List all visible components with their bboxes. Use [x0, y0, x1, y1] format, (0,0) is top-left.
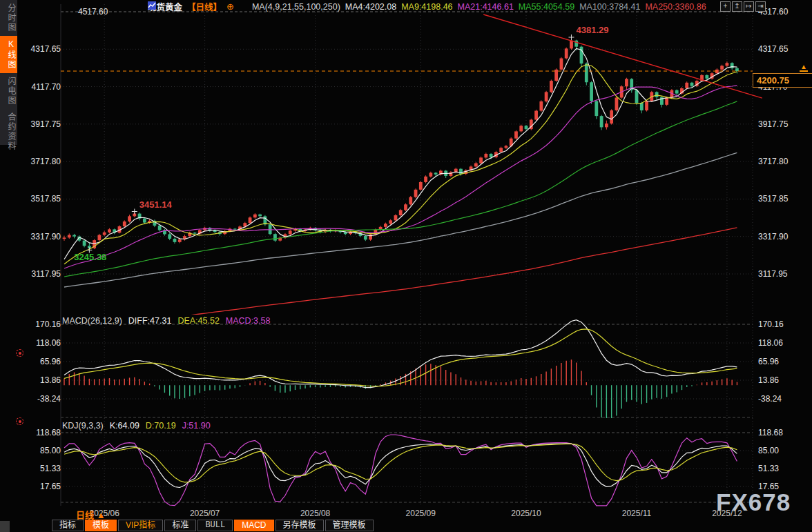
left-sidebar: 分时图K线图闪电图合约资料 [0, 0, 17, 145]
current-price-tag: 4200.75 [753, 73, 812, 88]
sidebar-tab-分时图[interactable]: 分时图 [0, 0, 17, 36]
toolbar-button-VIP指标[interactable]: VIP指标 [118, 520, 163, 531]
candles [63, 37, 739, 250]
main-axis-label: 3517.85 [758, 194, 809, 204]
kdj-axis-label: 85.00 [758, 446, 809, 455]
macd-legend-item: MACD(26,12,9) [62, 316, 122, 326]
period-label: 【日线】 [187, 0, 222, 13]
main-axis-label: 3917.75 [758, 119, 809, 129]
chart-canvas[interactable] [0, 0, 812, 532]
sidebar-tab-闪电图[interactable]: 闪电图 [0, 73, 17, 109]
toolbar-button-管理模板[interactable]: 管理模板 [325, 520, 374, 531]
macd-legend-item: DIFF:47.31 [128, 316, 172, 326]
macd-axis-label: 118.06 [18, 338, 61, 348]
x-axis-month-label: 2025/09 [398, 509, 443, 518]
sidebar-tab-K线图[interactable]: K线图 [0, 36, 17, 73]
kdj-legend-item: KDJ(9,3,3) [62, 421, 104, 431]
price-annotation: 3245.38 [74, 252, 106, 262]
main-axis-label: 3117.95 [758, 269, 809, 279]
kdj-pane [64, 435, 737, 506]
kdj-axis-label: 118.68 [758, 428, 809, 437]
macd-pane [64, 320, 737, 418]
add-overlay-icon[interactable]: ⊕ [226, 1, 234, 12]
toolbar-button-标准[interactable]: 标准 [164, 520, 196, 531]
collapse-right-icon[interactable]: ⇥ [755, 1, 766, 12]
ma-legend-item: MA55:4054.59 [519, 2, 574, 12]
toolbar-button-BULL[interactable]: BULL [197, 520, 233, 531]
kdj-legend: KDJ(9,3,3)K:64.09D:70.19J:51.90 [62, 421, 211, 431]
watermark: FX678 [716, 489, 791, 516]
toolbar-button-另存模板[interactable]: 另存模板 [276, 520, 324, 531]
toolbar-button-模板[interactable]: 模板 [85, 520, 117, 531]
pan-crosshair-icon[interactable]: + [720, 1, 731, 12]
macd-axis-label: 65.96 [18, 357, 61, 366]
x-axis-month-label: 2025/10 [504, 509, 548, 518]
macd-axis-label: 170.16 [18, 319, 61, 329]
macd-axis-label: -38.24 [18, 394, 61, 404]
ma-legend-item: MA100:3784.41 [579, 2, 640, 12]
chart-tools: +↥↦⇥ [720, 1, 766, 12]
price-arrow-icon: ▲ [800, 63, 808, 72]
macd-axis-label: 65.96 [758, 357, 809, 366]
kdj-axis-label: 85.00 [18, 446, 61, 455]
main-axis-label: 4317.65 [18, 44, 61, 54]
sidebar-tab-合约资料[interactable]: 合约资料 [0, 109, 17, 155]
x-axis-month-label: 2025/07 [183, 509, 227, 518]
main-axis-label: 4517.60 [758, 7, 809, 17]
macd-axis-label: 118.06 [758, 338, 809, 348]
kdj-axis-label: 51.33 [18, 464, 61, 473]
main-axis-label: 3517.85 [18, 194, 61, 204]
macd-axis-label: 13.86 [18, 375, 61, 385]
macd-axis-label: 13.86 [758, 375, 809, 385]
zoom-horizontal-icon[interactable]: ↦ [744, 1, 754, 12]
main-axis-label: 3317.90 [758, 232, 809, 242]
remove-indicator-icon[interactable] [16, 417, 23, 425]
macd-legend-item: MACD:3.58 [226, 316, 271, 326]
ma-legend-item: MA4:4202.08 [345, 2, 396, 12]
main-axis-label: 4117.70 [18, 82, 61, 92]
kdj-axis-label: 51.33 [758, 464, 809, 473]
main-axis-label: 3117.95 [18, 269, 61, 279]
ma-legend-item: MA21:4146.61 [458, 2, 514, 12]
chart-type-icon[interactable] [239, 3, 247, 11]
toolbar-button-指标[interactable]: 指标 [52, 520, 84, 531]
kdj-axis-label: 118.68 [18, 428, 61, 437]
zoom-vertical-icon[interactable]: ↥ [732, 1, 742, 12]
chevron-up-icon: ▲ [97, 510, 106, 520]
kdj-legend-item: J:51.90 [182, 421, 211, 431]
toolbar-button-MACD[interactable]: MACD [234, 520, 273, 531]
main-axis-label: 3917.75 [18, 119, 61, 129]
indicator-toolbar: 指标模板VIP指标标准BULLMACD另存模板管理模板 [52, 520, 374, 531]
chart-legend: 现货黄金 【日线】 ⊕ MA(4,9,21,55,100,250) MA4:42… [148, 1, 706, 12]
macd-legend-item: DEA:45.52 [177, 316, 219, 326]
price-annotation: 4381.29 [576, 25, 608, 35]
price-annotation: 3451.14 [139, 199, 172, 210]
main-axis-label: 4317.65 [758, 44, 809, 54]
ma-settings-label: MA(4,9,21,55,100,250) [252, 2, 340, 12]
kdj-legend-item: K:64.09 [110, 421, 139, 431]
ma-legend-item: MA250:3360.86 [645, 2, 706, 12]
trading-app: 分时图K线图闪电图合约资料 现货黄金 【日线】 ⊕ MA(4,9,21,55,1… [0, 0, 812, 532]
x-axis-month-label: 2025/11 [615, 509, 659, 518]
main-axis-label: 4517.60 [78, 7, 133, 17]
main-axis-label: 3717.80 [18, 157, 61, 166]
trendline [483, 14, 762, 98]
timeframe-label: 日线 [76, 510, 94, 520]
x-axis-month-label: 2025/08 [293, 509, 338, 518]
kdj-axis-label: 17.65 [18, 482, 61, 491]
remove-indicator-icon[interactable] [16, 349, 23, 357]
ma-legend-item: MA9:4198.46 [401, 2, 452, 12]
macd-legend: MACD(26,12,9)DIFF:47.31DEA:45.52MACD:3.5… [62, 316, 270, 326]
main-axis-label: 3717.80 [758, 157, 809, 166]
macd-axis-label: -38.24 [758, 394, 809, 404]
main-axis-label: 3317.90 [18, 232, 61, 242]
kdj-legend-item: D:70.19 [146, 421, 176, 431]
macd-axis-label: 170.16 [758, 319, 809, 329]
